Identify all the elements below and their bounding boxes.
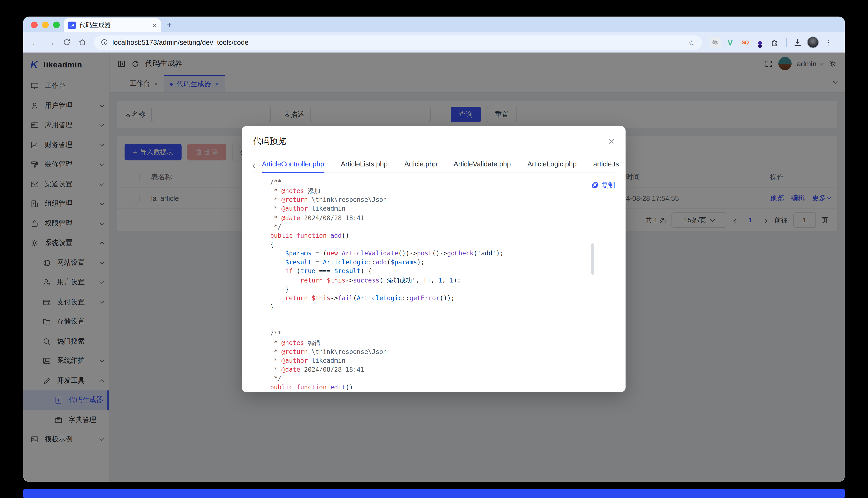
code-line: * @author likeadmin bbox=[270, 356, 614, 366]
code-line: public function edit() bbox=[270, 383, 614, 392]
close-window-button[interactable] bbox=[31, 22, 38, 28]
scrollbar-thumb[interactable] bbox=[591, 243, 594, 275]
close-icon[interactable]: × bbox=[608, 136, 614, 147]
copy-button[interactable]: 复制 bbox=[592, 181, 615, 190]
dialog-header: 代码预览 × bbox=[242, 126, 626, 157]
reload-icon[interactable] bbox=[60, 36, 73, 49]
site-info-icon[interactable] bbox=[101, 39, 108, 46]
minimize-window-button[interactable] bbox=[42, 22, 49, 28]
downloads-icon[interactable] bbox=[792, 37, 803, 48]
code-line: $result = ArticleLogic::add($params); bbox=[270, 258, 614, 267]
code-line: } bbox=[270, 285, 614, 294]
code-line: public function add() bbox=[270, 232, 614, 241]
desktop-wallpaper-strip bbox=[23, 489, 845, 498]
file-tab-ArticleController-php[interactable]: ArticleController.php bbox=[262, 157, 324, 173]
code-line: return $this->fail(ArticleLogic::getErro… bbox=[270, 294, 614, 303]
tabs-scroll-right-icon[interactable] bbox=[625, 160, 626, 170]
copy-icon bbox=[592, 182, 598, 188]
code-line: * @return \think\response\Json bbox=[270, 196, 614, 205]
back-icon[interactable]: ← bbox=[29, 36, 42, 49]
code-line: if (true === $result) { bbox=[270, 267, 614, 276]
code-line: * @notes 添加 bbox=[270, 187, 614, 196]
url-text: localhost:5173/admin/setting/dev_tools/c… bbox=[112, 38, 684, 46]
dialog-title: 代码预览 bbox=[253, 136, 608, 147]
tabs-scroll-left-icon[interactable] bbox=[253, 160, 256, 170]
browser-tabstrip: LA 代码生成器 × + bbox=[23, 17, 845, 32]
file-tabs-bar: ArticleController.phpArticleLists.phpArt… bbox=[253, 156, 614, 173]
code-line: */ bbox=[270, 375, 614, 383]
sq-extension-icon[interactable]: SQ bbox=[740, 37, 751, 48]
code-line: $params = (new ArticleValidate())->post(… bbox=[270, 249, 614, 258]
code-block: /** * @notes 添加 * @return \think\respons… bbox=[270, 178, 614, 392]
code-line: /** bbox=[270, 178, 614, 187]
window-controls[interactable] bbox=[31, 22, 60, 28]
code-line bbox=[270, 321, 614, 330]
site-favicon: LA bbox=[68, 21, 76, 29]
browser-toolbar: ← → localhost:5173/admin/setting/dev_too… bbox=[23, 32, 845, 52]
code-panel: /** * @notes 添加 * @return \think\respons… bbox=[242, 173, 626, 392]
address-bar[interactable]: localhost:5173/admin/setting/dev_tools/c… bbox=[94, 35, 702, 50]
home-icon[interactable] bbox=[75, 36, 88, 49]
code-line: /** bbox=[270, 330, 614, 339]
vue-devtools-icon[interactable]: V bbox=[725, 37, 736, 48]
browser-tab-title: 代码生成器 bbox=[79, 21, 149, 29]
code-line: * @author likeadmin bbox=[270, 205, 614, 214]
code-line: } bbox=[270, 303, 614, 312]
file-tab-ArticleValidate-php[interactable]: ArticleValidate.php bbox=[454, 157, 511, 173]
tab-close-icon[interactable]: × bbox=[153, 22, 157, 29]
screen: LA 代码生成器 × + ← → localhost:5173/admin/se… bbox=[0, 0, 868, 498]
file-tab-ArticleLogic-php[interactable]: ArticleLogic.php bbox=[527, 157, 577, 173]
code-line: return $this->success('添加成功', [], 1, 1); bbox=[270, 276, 614, 285]
forward-icon[interactable]: → bbox=[44, 36, 58, 49]
file-tabs: ArticleController.phpArticleLists.phpArt… bbox=[262, 156, 619, 172]
toolbar-separator bbox=[786, 38, 787, 47]
code-line: { bbox=[270, 240, 614, 249]
code-line: * @return \think\response\Json bbox=[270, 348, 614, 356]
file-tab-ArticleLists-php[interactable]: ArticleLists.php bbox=[341, 157, 388, 173]
browser-menu-icon[interactable]: ⋮ bbox=[825, 38, 832, 47]
extension-icons: V SQ ◆ ⋮ bbox=[710, 37, 832, 48]
browser-window: LA 代码生成器 × + ← → localhost:5173/admin/se… bbox=[23, 17, 845, 482]
code-line: */ bbox=[270, 223, 614, 232]
code-line bbox=[270, 312, 614, 321]
zoom-window-button[interactable] bbox=[53, 22, 60, 28]
code-preview-dialog: 代码预览 × ArticleController.phpArticleLists… bbox=[242, 126, 626, 392]
code-line: * @notes 编辑 bbox=[270, 339, 614, 348]
code-line: * @date 2024/08/28 18:41 bbox=[270, 214, 614, 223]
browser-tab[interactable]: LA 代码生成器 × bbox=[64, 18, 161, 32]
browser-profile-avatar[interactable] bbox=[807, 37, 819, 48]
file-tab-article-ts[interactable]: article.ts bbox=[593, 157, 619, 173]
file-tab-Article-php[interactable]: Article.php bbox=[404, 157, 437, 173]
new-tab-button[interactable]: + bbox=[167, 20, 172, 30]
diamond-extension-icon[interactable]: ◆ bbox=[755, 37, 766, 48]
bookmark-star-icon[interactable]: ☆ bbox=[688, 38, 695, 47]
code-line: * @date 2024/08/28 18:41 bbox=[270, 366, 614, 375]
react-devtools-icon[interactable] bbox=[710, 37, 721, 48]
extensions-puzzle-icon[interactable] bbox=[769, 37, 781, 48]
